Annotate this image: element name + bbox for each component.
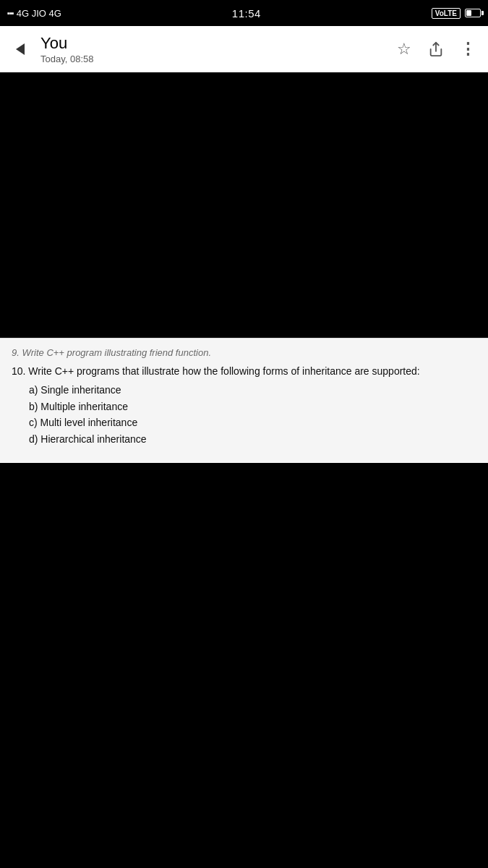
sub-item: a) Single inheritance xyxy=(29,382,476,398)
contact-time: Today, 08:58 xyxy=(40,54,384,64)
signal-icon: ▪▪▪ xyxy=(7,9,14,17)
back-arrow-icon xyxy=(16,43,25,55)
star-button[interactable]: ☆ xyxy=(390,35,419,64)
contact-name: You xyxy=(40,34,384,53)
document-card: 9. Write C++ program illustrating friend… xyxy=(0,338,488,463)
share-button[interactable] xyxy=(421,35,450,64)
question-text: 10. Write C++ programs that illustrate h… xyxy=(12,365,420,377)
sub-item: c) Multi level inheritance xyxy=(29,414,476,430)
share-icon xyxy=(428,41,444,57)
question-number: 10. xyxy=(12,365,25,377)
more-icon: ⋮ xyxy=(460,40,476,59)
question-body: Write C++ programs that illustrate how t… xyxy=(28,365,419,377)
question-item: 10. Write C++ programs that illustrate h… xyxy=(12,364,476,447)
prev-item-text: 9. Write C++ program illustrating friend… xyxy=(12,347,476,358)
app-bar: You Today, 08:58 ☆ ⋮ xyxy=(0,26,488,72)
star-icon: ☆ xyxy=(397,40,411,59)
volte-badge: VoLTE xyxy=(432,8,461,19)
app-bar-actions: ☆ ⋮ xyxy=(390,35,482,64)
contact-info: You Today, 08:58 xyxy=(40,34,384,64)
status-time: 11:54 xyxy=(232,7,261,20)
sub-item: b) Multiple inheritance xyxy=(29,399,476,414)
battery-fill xyxy=(466,10,471,16)
status-left: ▪▪▪ 4G JIO 4G xyxy=(7,8,61,19)
battery-icon xyxy=(465,9,481,17)
more-button[interactable]: ⋮ xyxy=(453,35,482,64)
back-button[interactable] xyxy=(6,35,35,64)
content-area: 9. Write C++ program illustrating friend… xyxy=(0,72,488,868)
sub-items-list: a) Single inheritanceb) Multiple inherit… xyxy=(12,382,476,447)
carrier-label: 4G JIO 4G xyxy=(17,8,61,19)
status-bar: ▪▪▪ 4G JIO 4G 11:54 VoLTE xyxy=(0,0,488,26)
sub-item: d) Hierarchical inheritance xyxy=(29,431,476,447)
status-right: VoLTE xyxy=(432,8,481,19)
